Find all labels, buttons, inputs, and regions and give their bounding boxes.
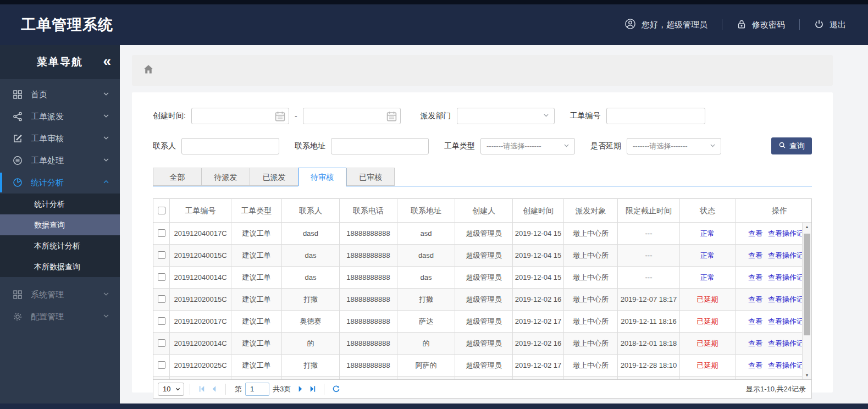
sidebar-item-review[interactable]: 工单审核 xyxy=(0,128,120,150)
table-header-row: 工单编号工单类型联系人联系电话联系地址创建人创建时间派发对象限定截止时间状态操作 xyxy=(153,199,811,223)
next-page-button[interactable] xyxy=(294,383,306,395)
query-button[interactable]: 查询 xyxy=(771,137,812,154)
row-checkbox[interactable] xyxy=(158,317,165,325)
app-title: 工单管理系统 xyxy=(0,15,113,35)
sidebar-item-stats[interactable]: 统计分析 xyxy=(0,172,120,194)
cell: 建议工单 xyxy=(231,245,282,266)
sidebar-subitem[interactable]: 本所数据查询 xyxy=(0,256,120,277)
sidebar-subitem[interactable]: 统计分析 xyxy=(0,194,120,214)
view-link[interactable]: 查看 xyxy=(748,251,762,259)
tab-已审核[interactable]: 已审核 xyxy=(346,168,395,186)
row-checkbox[interactable] xyxy=(158,339,165,347)
address-label: 联系地址 xyxy=(295,141,325,151)
row-checkbox[interactable] xyxy=(158,273,165,281)
sidebar-item-process[interactable]: 工单处理 xyxy=(0,150,120,172)
row-checkbox[interactable] xyxy=(158,295,165,303)
last-page-button[interactable] xyxy=(306,383,318,395)
checkbox-cell xyxy=(153,311,170,332)
chevron-down-icon xyxy=(543,112,550,120)
contact-input[interactable] xyxy=(181,138,279,154)
address-input[interactable] xyxy=(331,138,429,154)
page-size-select[interactable]: 10 xyxy=(158,383,184,396)
cell: 超级管理员 xyxy=(455,289,513,310)
cell: 超级管理员 xyxy=(455,355,513,376)
actions-cell: 查看查看操作记录 xyxy=(736,223,811,244)
cell: 2019-12-07 18:17 xyxy=(618,289,680,310)
cell: 18888888888 xyxy=(340,245,397,266)
scroll-down-arrow-icon[interactable]: ▼ xyxy=(803,371,811,379)
actions-cell: 查看查看操作记录 xyxy=(736,267,811,288)
table-row: 201912020014C建议工单的18888888888的超级管理员2019-… xyxy=(153,333,811,355)
calendar-icon[interactable] xyxy=(386,110,397,122)
row-checkbox[interactable] xyxy=(158,361,165,369)
order-type-select[interactable]: -------请选择------- xyxy=(480,138,575,154)
header-divider xyxy=(799,19,800,30)
view-link[interactable]: 查看 xyxy=(748,361,762,369)
sidebar-subitem[interactable]: 数据查询 xyxy=(0,214,120,235)
select-value: -------请选择------- xyxy=(486,141,541,151)
cell: das xyxy=(282,267,340,288)
main-content: 创建时间: - 派发部门 工单编号 联系人 xyxy=(120,45,868,404)
status-tabs: 全部待派发已派发待审核已审核 xyxy=(153,168,812,186)
cell: 的 xyxy=(282,333,340,354)
chevron-down-icon xyxy=(102,90,111,99)
status-badge: 已延期 xyxy=(680,289,736,310)
row-checkbox[interactable] xyxy=(158,229,165,237)
actions-cell: 查看查看操作记录 xyxy=(736,333,811,354)
logout-label: 退出 xyxy=(830,20,846,30)
sidebar-item-config[interactable]: 配置管理 xyxy=(0,306,120,328)
table-header: 工单编号工单类型联系人联系电话联系地址创建人创建时间派发对象限定截止时间状态操作 xyxy=(153,199,811,223)
tab-全部[interactable]: 全部 xyxy=(153,168,201,186)
user-greeting[interactable]: 您好，超级管理员 xyxy=(624,18,707,31)
change-password-button[interactable]: 修改密码 xyxy=(737,19,785,31)
sidebar-item-home[interactable]: 首页 xyxy=(0,84,120,106)
pagination-divider xyxy=(225,384,226,395)
row-checkbox[interactable] xyxy=(158,251,165,259)
logout-button[interactable]: 退出 xyxy=(814,19,846,31)
cell: 201912040017C xyxy=(170,223,231,244)
view-link[interactable]: 查看 xyxy=(748,317,762,325)
refresh-button[interactable] xyxy=(330,383,342,395)
view-link[interactable]: 查看 xyxy=(748,295,762,303)
tab-已派发[interactable]: 已派发 xyxy=(250,168,298,186)
view-link[interactable]: 查看 xyxy=(748,229,762,237)
cell: 201912020015C xyxy=(170,289,231,310)
actions-cell: 查看查看操作记录 xyxy=(736,311,811,332)
table-body: 201912040017C建议工单dasd18888888888asd超级管理员… xyxy=(153,223,811,379)
content-card: 创建时间: - 派发部门 工单编号 联系人 xyxy=(132,92,833,393)
sidebar-collapse-icon[interactable]: « xyxy=(103,54,111,68)
lock-icon xyxy=(737,19,747,31)
select-all-checkbox[interactable] xyxy=(158,207,165,214)
tab-待审核[interactable]: 待审核 xyxy=(298,168,346,186)
scroll-up-arrow-icon[interactable]: ▲ xyxy=(803,223,811,231)
chevron-down-icon xyxy=(709,142,716,151)
cell: 超级管理员 xyxy=(455,245,513,266)
created-end-date-input[interactable] xyxy=(303,108,401,124)
sidebar-item-label: 统计分析 xyxy=(31,178,102,188)
query-button-label: 查询 xyxy=(789,141,805,151)
vertical-scrollbar[interactable]: ▲ ▼ xyxy=(802,223,811,379)
status-badge: 已延期 xyxy=(680,355,736,376)
dispatch-dept-select[interactable] xyxy=(457,108,555,124)
page-number-input[interactable] xyxy=(245,383,269,396)
order-no-input[interactable] xyxy=(606,108,705,124)
tab-待派发[interactable]: 待派发 xyxy=(201,168,250,186)
delay-select[interactable]: -------请选择------- xyxy=(627,138,721,154)
scrollbar-thumb[interactable] xyxy=(804,234,810,335)
view-link[interactable]: 查看 xyxy=(748,339,762,347)
sidebar-item-dispatch[interactable]: 工单派发 xyxy=(0,106,120,128)
home-icon[interactable] xyxy=(143,64,154,77)
created-start-date-input[interactable] xyxy=(191,108,289,124)
sidebar-item-label: 系统管理 xyxy=(31,290,102,300)
sidebar-item-system[interactable]: 系统管理 xyxy=(0,284,120,306)
sidebar-subitem[interactable]: 本所统计分析 xyxy=(0,235,120,256)
records-summary: 显示1-10,共24记录 xyxy=(746,384,806,394)
app-window: 工单管理系统 您好，超级管理员 修改密码 退出 菜单导航 « 首页工单派发工单审… xyxy=(0,0,868,409)
calendar-icon[interactable] xyxy=(274,110,286,122)
column-header: 操作 xyxy=(736,199,823,222)
filter-row-1: 创建时间: - 派发部门 工单编号 xyxy=(153,108,812,124)
prev-page-button[interactable] xyxy=(208,383,220,395)
view-link[interactable]: 查看 xyxy=(748,273,762,281)
first-page-button[interactable] xyxy=(196,383,208,395)
column-header: 工单类型 xyxy=(231,199,282,222)
